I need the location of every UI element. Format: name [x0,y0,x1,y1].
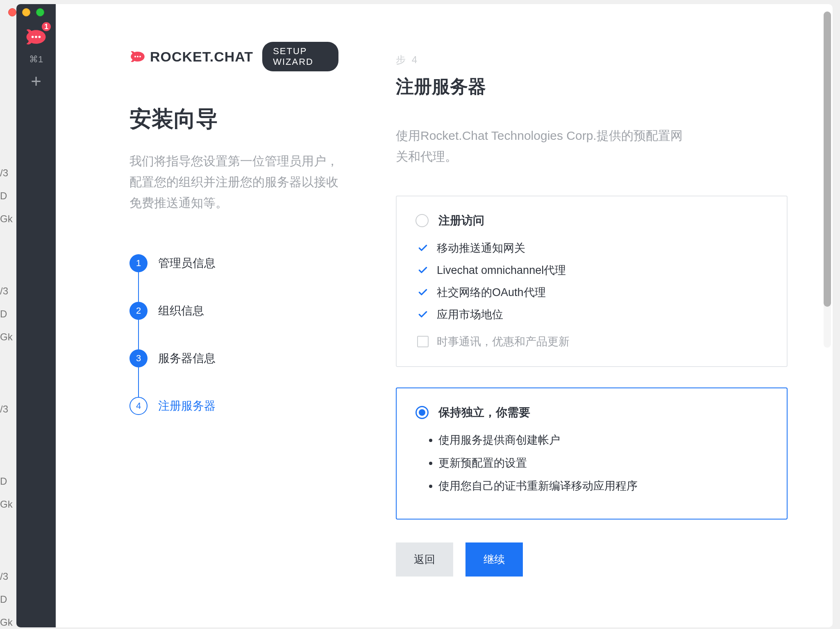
step-number: 3 [129,349,148,367]
newsletter-label: 时事通讯，优惠和产品更新 [437,334,570,349]
notification-badge: 1 [41,21,52,32]
checkbox-unchecked-icon[interactable] [417,336,429,347]
option-title: 注册访问 [438,213,484,228]
wizard-description: 我们将指导您设置第一位管理员用户，配置您的组织并注册您的服务器以接收免费推送通知… [129,150,338,213]
brand-name: ROCKET.CHAT [150,49,253,65]
wizard-title: 安装向导 [129,104,338,134]
step-label: 注册服务器 [158,398,216,414]
step-number: 1 [129,254,148,272]
svg-point-1 [35,36,37,38]
list-item: 使用您自己的证书重新编译移动应用程序 [438,479,768,493]
server-icon[interactable]: 1 [23,24,49,50]
list-item: 更新预配置的设置 [438,456,768,470]
step-indicator: 步 4 [396,53,788,66]
window-minimize-button[interactable] [22,8,30,16]
setup-wizard-badge: SETUP WIZARD [262,42,338,71]
back-button[interactable]: 返回 [396,542,453,577]
check-icon [417,264,429,276]
background-window-hints: /3 D Gk /3 D Gk /3 D Gk /3 D Gk 人扌 规 [0,25,16,599]
radio-unselected-icon[interactable] [415,214,429,227]
brand-logo: ROCKET.CHAT [129,48,253,65]
option-title: 保持独立，你需要 [438,405,530,420]
feature-item: 社交网络的OAuth代理 [417,285,768,300]
window-close-button[interactable] [8,8,16,16]
svg-point-4 [137,56,138,57]
step-org-info[interactable]: 2 组织信息 [129,302,338,320]
list-item: 使用服务提供商创建帐户 [438,433,768,447]
wizard-right-panel: 步 4 注册服务器 使用Rocket.Chat Technologies Cor… [367,4,833,627]
step-server-info[interactable]: 3 服务器信息 [129,349,338,367]
step-label: 组织信息 [158,303,204,319]
check-icon [417,287,429,298]
register-access-option[interactable]: 注册访问 移动推送通知网关 Livechat omnichannel代理 社交网… [396,196,788,367]
continue-button[interactable]: 继续 [465,542,523,577]
window-maximize-button[interactable] [36,8,44,16]
newsletter-checkbox-row[interactable]: 时事通讯，优惠和产品更新 [417,334,768,349]
svg-point-3 [134,56,136,57]
step-label: 管理员信息 [158,255,216,271]
feature-item: Livechat omnichannel代理 [417,263,768,278]
keyboard-shortcut-hint: ⌘1 [29,54,43,65]
svg-point-0 [32,36,34,38]
panel-description: 使用Rocket.Chat Technologies Corp.提供的预配置网关… [396,125,691,167]
standalone-option[interactable]: 保持独立，你需要 使用服务提供商创建帐户 更新预配置的设置 使用您自己的证书重新… [396,387,788,520]
feature-item: 应用市场地位 [417,307,768,322]
step-register-server[interactable]: 4 注册服务器 [129,397,338,415]
step-number: 4 [129,397,148,415]
button-row: 返回 继续 [396,542,788,577]
wizard-left-panel: ROCKET.CHAT SETUP WIZARD 安装向导 我们将指导您设置第一… [56,4,367,627]
check-icon [417,309,429,320]
add-server-button[interactable]: + [31,72,41,90]
svg-point-5 [139,56,141,57]
wizard-steps: 1 管理员信息 2 组织信息 3 服务器信息 4 注册服务器 [129,254,338,415]
rocketchat-logo-icon [129,48,146,65]
svg-point-2 [39,36,41,38]
app-server-sidebar: 1 ⌘1 + [16,4,56,627]
standalone-requirements: 使用服务提供商创建帐户 更新预配置的设置 使用您自己的证书重新编译移动应用程序 [415,433,768,493]
panel-title: 注册服务器 [396,75,788,99]
step-number: 2 [129,302,148,320]
window-traffic-lights [8,8,44,16]
feature-item: 移动推送通知网关 [417,241,768,255]
step-admin-info[interactable]: 1 管理员信息 [129,254,338,272]
radio-selected-icon[interactable] [415,406,429,419]
main-window: ROCKET.CHAT SETUP WIZARD 安装向导 我们将指导您设置第一… [56,4,833,627]
step-label: 服务器信息 [158,351,216,366]
check-icon [417,242,429,254]
